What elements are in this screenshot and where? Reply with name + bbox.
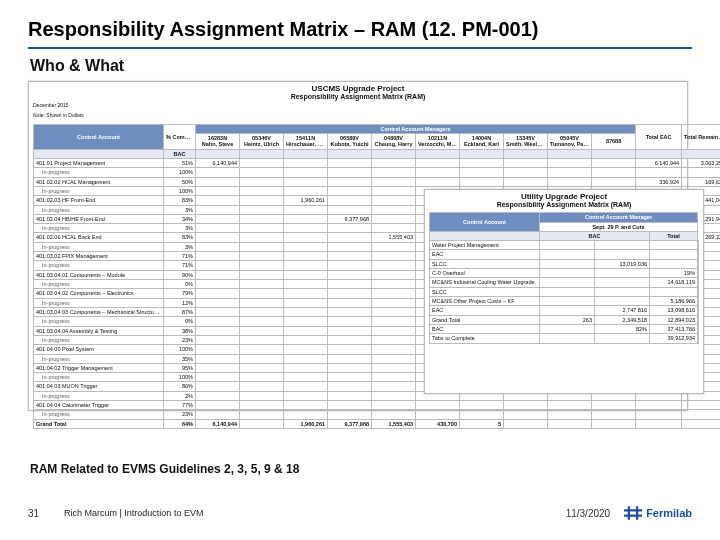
utility-table: Control AccountControl Account ManagerSe…: [429, 212, 699, 343]
page-title: Responsibility Assignment Matrix – RAM (…: [28, 18, 692, 49]
fermilab-logo: Fermilab: [624, 506, 692, 520]
svg-rect-1: [636, 506, 638, 520]
ram-sheet-utility: Utility Upgrade Project Responsibility A…: [424, 189, 704, 394]
guideline-note: RAM Related to EVMS Guidelines 2, 3, 5, …: [30, 462, 299, 476]
subtitle: Who & What: [30, 57, 692, 75]
svg-rect-0: [628, 506, 630, 520]
logo-text: Fermilab: [646, 507, 692, 519]
footer-text: Rich Marcum | Introduction to EVM: [64, 508, 203, 518]
svg-rect-3: [624, 515, 642, 517]
uscms-subtitle: Responsibility Assignment Matrix (RAM): [29, 93, 687, 101]
page-number: 31: [28, 508, 58, 519]
utility-subtitle: Responsibility Assignment Matrix (RAM): [425, 201, 703, 209]
svg-rect-2: [624, 509, 642, 511]
utility-title: Utility Upgrade Project: [425, 190, 703, 201]
ram-canvas: USCMS Upgrade Project Responsibility Ass…: [28, 81, 692, 441]
footer: 31 Rich Marcum | Introduction to EVM 11/…: [0, 506, 720, 520]
fermilab-icon: [624, 506, 642, 520]
uscms-date: December 2015: [33, 103, 69, 109]
uscms-title: USCMS Upgrade Project: [29, 82, 687, 93]
uscms-note: Note: Shown in Dollars: [33, 113, 84, 119]
footer-date: 11/3/2020: [566, 508, 611, 519]
